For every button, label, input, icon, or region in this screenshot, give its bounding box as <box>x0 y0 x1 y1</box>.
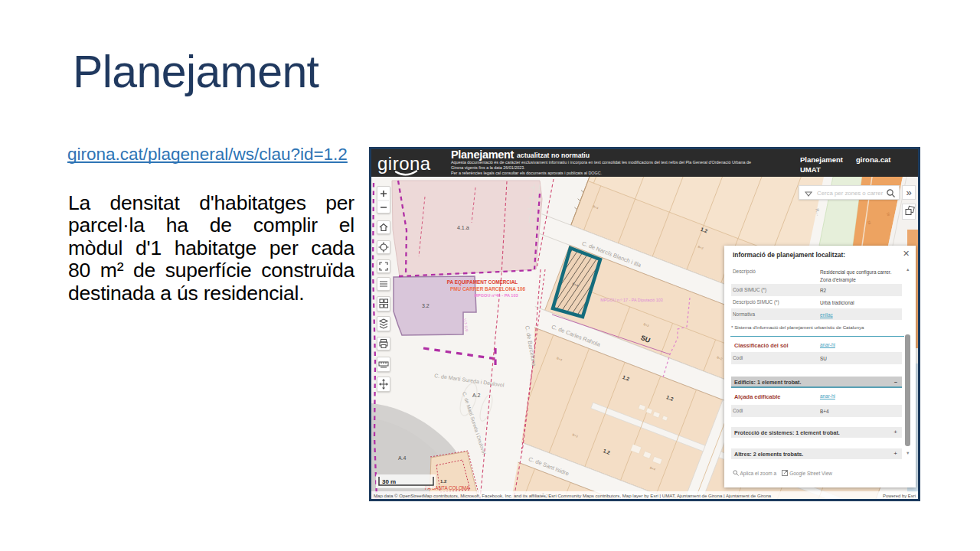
svg-text:3.2: 3.2 <box>422 303 430 308</box>
svg-text:30 m: 30 m <box>382 478 396 485</box>
svg-text:1.2: 1.2 <box>440 479 447 484</box>
svg-text:4.1.a: 4.1.a <box>457 225 469 230</box>
svg-text:MPGOU n.º 17 - PA Diputació 10: MPGOU n.º 17 - PA Diputació 103 <box>600 298 663 302</box>
svg-text:MPGOU nº46 - PA 103: MPGOU nº46 - PA 103 <box>474 293 518 298</box>
svg-text:A.2: A.2 <box>472 393 481 398</box>
svg-text:PA EQUIPAMENT COMERCIAL: PA EQUIPAMENT COMERCIAL <box>447 279 518 285</box>
svg-text:Powered by Esri: Powered by Esri <box>883 494 916 498</box>
svg-text:PMU CARRER BARCELONA 106: PMU CARRER BARCELONA 106 <box>450 286 526 292</box>
svg-text:Map data © OpenStreetMap contr: Map data © OpenStreetMap contributors, M… <box>374 493 772 498</box>
svg-text:A.4: A.4 <box>398 455 407 461</box>
svg-text:girona: girona <box>377 153 431 174</box>
